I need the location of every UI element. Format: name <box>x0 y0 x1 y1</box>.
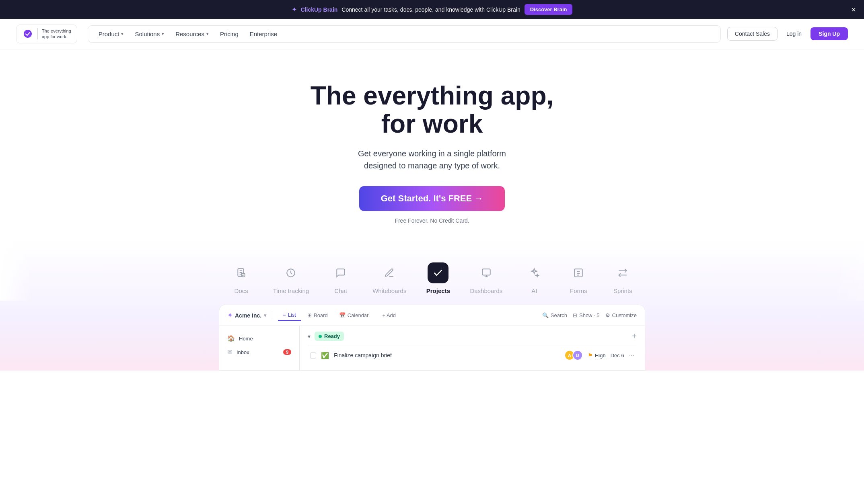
brain-icon: ✦ <box>292 6 297 13</box>
table-row: ✅ Finalize campaign brief A B ⚑ High Dec… <box>308 346 637 365</box>
navbar: The everything app for work. Product ▾ S… <box>0 19 864 49</box>
hero-section: The everything app, for work Get everyon… <box>0 49 864 240</box>
app-company[interactable]: ✦ Acme Inc. ▾ <box>227 311 266 319</box>
toolbar-tab-list[interactable]: ≡ List <box>278 310 301 321</box>
fade-right <box>832 240 864 301</box>
clickup-logo-icon <box>22 28 33 39</box>
hero-headline: The everything app, for work <box>8 82 856 138</box>
task-more-button[interactable]: ··· <box>629 352 634 359</box>
task-due-date: Dec 6 <box>611 352 624 359</box>
svg-rect-4 <box>575 269 583 277</box>
chat-icon <box>330 262 351 283</box>
ai-icon <box>524 262 545 283</box>
status-dot <box>319 335 322 338</box>
chat-label: Chat <box>334 287 347 294</box>
nav-links: Product ▾ Solutions ▾ Resources ▾ Pricin… <box>88 25 721 43</box>
list-icon: ≡ <box>283 312 286 318</box>
tab-docs[interactable]: Docs <box>219 256 263 301</box>
feature-tabs: Docs Time tracking Chat Whiteboards Proj <box>0 240 864 301</box>
app-preview-wrapper: ✦ Acme Inc. ▾ ≡ List ⊞ Board 📅 <box>0 305 864 371</box>
task-status-icon: ✅ <box>321 352 329 359</box>
inbox-icon: ✉ <box>227 348 232 356</box>
collapse-icon[interactable]: ▾ <box>308 333 311 340</box>
discover-brain-button[interactable]: Discover Brain <box>525 4 573 15</box>
dropdown-arrow-icon: ▾ <box>264 313 266 318</box>
status-label: Ready <box>324 333 340 339</box>
projects-label: Projects <box>426 287 450 294</box>
tab-sprints[interactable]: Sprints <box>601 256 645 301</box>
toolbar-tab-board[interactable]: ⊞ Board <box>302 310 333 321</box>
nav-resources[interactable]: Resources ▾ <box>171 28 214 40</box>
tab-ai[interactable]: AI <box>512 256 556 301</box>
nav-solutions[interactable]: Solutions ▾ <box>130 28 169 40</box>
company-star-icon: ✦ <box>227 311 232 319</box>
search-button[interactable]: 🔍 Search <box>542 312 567 318</box>
contact-sales-button[interactable]: Contact Sales <box>727 27 778 41</box>
customize-icon: ⚙ <box>605 312 610 318</box>
company-name: Acme Inc. <box>235 312 261 319</box>
toolbar-tab-calendar[interactable]: 📅 Calendar <box>334 310 374 321</box>
login-button[interactable]: Log in <box>782 27 806 40</box>
docs-icon <box>231 262 252 283</box>
show-button[interactable]: ⊟ Show · 5 <box>573 312 600 318</box>
task-checkbox[interactable] <box>310 352 316 359</box>
signup-button[interactable]: Sign Up <box>811 27 848 40</box>
tab-chat[interactable]: Chat <box>319 256 363 301</box>
status-row: ▾ Ready + <box>308 332 637 341</box>
nav-enterprise[interactable]: Enterprise <box>245 28 282 40</box>
get-started-button[interactable]: Get Started. It's FREE → <box>359 186 505 211</box>
fade-left <box>0 240 32 301</box>
tab-whiteboards[interactable]: Whiteboards <box>363 256 416 301</box>
banner-message: Connect all your tasks, docs, people, an… <box>341 6 520 13</box>
inbox-badge: 9 <box>283 349 291 355</box>
brand-label: ClickUp Brain <box>301 6 338 13</box>
customize-button[interactable]: ⚙ Customize <box>605 312 637 318</box>
free-note: Free Forever. No Credit Card. <box>8 217 856 224</box>
tab-forms[interactable]: Forms <box>556 256 601 301</box>
add-view-button[interactable]: + Add <box>379 310 399 320</box>
lower-section: Docs Time tracking Chat Whiteboards Proj <box>0 240 864 371</box>
logo-tagline: The everything app for work. <box>42 28 71 40</box>
search-icon: 🔍 <box>542 312 549 318</box>
chevron-down-icon: ▾ <box>206 31 209 37</box>
time-tracking-icon <box>280 262 301 283</box>
calendar-icon: 📅 <box>339 312 346 318</box>
toolbar-tabs: ≡ List ⊞ Board 📅 Calendar <box>278 310 373 321</box>
home-icon: 🏠 <box>227 335 235 342</box>
time-tracking-label: Time tracking <box>273 287 309 294</box>
logo-divider <box>37 28 38 39</box>
tab-projects[interactable]: Projects <box>416 256 460 301</box>
sidebar-item-home[interactable]: 🏠 Home <box>219 332 299 345</box>
sprints-label: Sprints <box>613 287 632 294</box>
nav-right: Contact Sales Log in Sign Up <box>727 27 848 41</box>
priority-flag-icon: ⚑ <box>588 352 593 359</box>
close-banner-button[interactable]: × <box>851 6 856 14</box>
forms-icon <box>568 262 589 283</box>
chevron-down-icon: ▾ <box>121 31 123 37</box>
docs-label: Docs <box>235 287 248 294</box>
app-toolbar: ✦ Acme Inc. ▾ ≡ List ⊞ Board 📅 <box>219 305 645 326</box>
svg-rect-3 <box>482 269 490 275</box>
sidebar-item-inbox[interactable]: ✉ Inbox 9 <box>219 345 299 359</box>
tab-dashboards[interactable]: Dashboards <box>460 256 512 301</box>
add-task-button[interactable]: + <box>632 332 637 341</box>
app-preview: ✦ Acme Inc. ▾ ≡ List ⊞ Board 📅 <box>219 305 645 371</box>
task-priority: ⚑ High <box>588 352 606 359</box>
sprints-icon <box>612 262 633 283</box>
ai-label: AI <box>531 287 537 294</box>
whiteboards-label: Whiteboards <box>372 287 406 294</box>
forms-label: Forms <box>570 287 587 294</box>
nav-pricing[interactable]: Pricing <box>215 28 243 40</box>
tab-time-tracking[interactable]: Time tracking <box>263 256 319 301</box>
top-banner: ✦ ClickUp Brain Connect all your tasks, … <box>0 0 864 19</box>
toolbar-right: 🔍 Search ⊟ Show · 5 ⚙ Customize <box>542 312 637 318</box>
logo-area[interactable]: The everything app for work. <box>16 25 77 43</box>
ready-status-badge: Ready <box>315 332 344 341</box>
dashboards-icon <box>476 262 497 283</box>
toolbar-divider <box>272 311 272 320</box>
assignee-avatar-2: B <box>572 350 583 361</box>
app-body: 🏠 Home ✉ Inbox 9 ▾ <box>219 326 645 370</box>
chevron-down-icon: ▾ <box>162 31 164 37</box>
nav-product[interactable]: Product ▾ <box>94 28 129 40</box>
app-sidebar: 🏠 Home ✉ Inbox 9 <box>219 326 300 370</box>
